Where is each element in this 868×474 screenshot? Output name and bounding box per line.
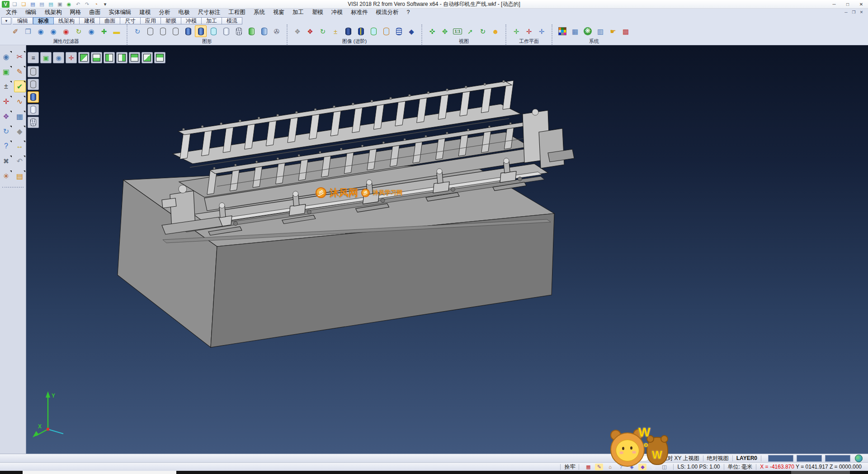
close-button[interactable]: ✕ (854, 0, 868, 8)
display-transparent-button[interactable] (28, 117, 39, 128)
tabbar-dropdown[interactable]: ▼ (1, 17, 11, 24)
workplane-move-button[interactable]: ✛ (523, 25, 535, 37)
hidden-line-view-button[interactable] (157, 25, 169, 37)
layer-color-swatch-1[interactable] (797, 455, 822, 462)
menu-item-18[interactable]: ? (403, 8, 414, 16)
regen-solids-button[interactable] (245, 25, 257, 37)
menu-item-4[interactable]: 曲面 (85, 8, 105, 16)
menu-item-14[interactable]: 塑模 (308, 8, 327, 16)
menu-item-7[interactable]: 分析 (155, 8, 175, 16)
view-back-button[interactable] (142, 52, 153, 63)
adv-traffic-light-button[interactable]: ❖ (304, 25, 316, 37)
sketch-edit-button[interactable]: ✎ (14, 66, 26, 77)
viewport-menu-button[interactable]: ≡ (28, 52, 39, 63)
filter-traffic-light-button[interactable]: ◉ (60, 25, 72, 37)
attribute-paint-button[interactable]: ✐ (9, 25, 21, 37)
show-entities-button[interactable]: ◉ (35, 25, 47, 37)
view-front-button[interactable] (129, 52, 140, 63)
menu-item-11[interactable]: 系统 (250, 8, 269, 16)
copy-graphics-button[interactable] (258, 25, 270, 37)
view-left-button[interactable] (104, 52, 115, 63)
zoom-window-button[interactable]: ▣ (40, 52, 52, 63)
redo-button[interactable]: ↷ (83, 1, 91, 8)
zoom-extents-button[interactable]: ✥ (439, 25, 451, 37)
undo-button[interactable]: ↶ (74, 1, 82, 8)
color-palette-button[interactable] (557, 25, 568, 37)
show-add-button[interactable]: ✚ (98, 25, 110, 37)
display-shaded-edges-button[interactable] (28, 104, 39, 115)
show-remove-button[interactable]: ▬ (111, 25, 123, 37)
trim-edit-button[interactable]: ✂ (14, 51, 26, 62)
menu-item-16[interactable]: 标准件 (347, 8, 372, 16)
dynamic-zoom-button[interactable]: ◉ (0, 51, 12, 62)
menu-item-13[interactable]: 加工 (288, 8, 308, 16)
attribute-painter-button[interactable]: ❖ (0, 110, 12, 122)
menu-item-2[interactable]: 线架构 (41, 8, 66, 16)
calculator-button[interactable]: ▦ (569, 25, 581, 37)
menu-item-0[interactable]: 文件 (2, 8, 21, 16)
tab-2[interactable]: 线架构 (54, 17, 80, 24)
confirm-selection-button[interactable]: ✔ (14, 81, 26, 92)
mdi-restore-button[interactable]: ❐ (850, 9, 858, 16)
view-orientation-button[interactable]: ☻ (490, 25, 501, 37)
view-orientation-label[interactable]: 绝对 XY 上视图 (662, 455, 699, 462)
tab-1[interactable]: 标准 (33, 17, 54, 24)
tab-4[interactable]: 曲面 (100, 17, 120, 24)
lock-label[interactable]: 拴牢 (564, 463, 575, 471)
open-file-button[interactable]: ❏ (20, 1, 28, 8)
layer-color-swatch-0[interactable] (768, 455, 793, 462)
split-view-button[interactable]: ◫ (660, 464, 668, 470)
solid-copy-button[interactable] (380, 25, 392, 37)
menu-item-1[interactable]: 编辑 (21, 8, 41, 16)
menu-item-5[interactable]: 实体编辑 (105, 8, 136, 16)
workplane-tool-button[interactable]: ✛ (0, 95, 12, 107)
adv-refresh-button[interactable]: ↻ (317, 25, 329, 37)
selection-options-button[interactable]: ☛ (607, 25, 619, 37)
regenerate-button[interactable]: ↻ (0, 125, 12, 137)
table-settings-button[interactable]: ▥ (594, 25, 606, 37)
regen-graphics-button[interactable]: ↻ (132, 25, 143, 37)
tab-6[interactable]: 应用 (141, 17, 161, 24)
solid-hatch-button[interactable] (393, 25, 405, 37)
dashed-hidden-view-button[interactable] (170, 25, 181, 37)
solid-display-button[interactable]: ◆ (14, 125, 26, 137)
hatch-view-button[interactable] (233, 25, 245, 37)
graphics-settings-button[interactable]: ✇ (271, 25, 283, 37)
help-button[interactable]: ? (0, 140, 12, 152)
zoom-scale-button[interactable]: ± (0, 81, 12, 92)
zoom-selected-button[interactable]: ➚ (464, 25, 476, 37)
view-reference-label[interactable]: 绝对视图 (707, 455, 729, 462)
delete-entity-button[interactable]: ✖ (0, 155, 12, 167)
maximize-button[interactable]: □ (841, 0, 854, 8)
3d-model-canvas[interactable] (26, 45, 868, 454)
history-button[interactable]: ◔ (92, 1, 100, 8)
building-button[interactable]: ⌂ (606, 464, 614, 470)
active-layer-label[interactable]: LAYER0 (736, 455, 757, 461)
menu-item-10[interactable]: 工程图 (225, 8, 250, 16)
tab-0[interactable]: 编辑 (13, 17, 33, 24)
menu-item-8[interactable]: 电极 (175, 8, 194, 16)
tab-8[interactable]: 冲模 (181, 17, 202, 24)
view-top-button[interactable] (154, 52, 165, 63)
search-magnifier-icon[interactable] (652, 455, 659, 462)
new-file-button[interactable]: ❏ (11, 1, 19, 8)
display-shaded-button[interactable] (28, 91, 39, 103)
attribute-copy-button[interactable]: ❐ (22, 25, 34, 37)
menu-item-15[interactable]: 冲模 (327, 8, 347, 16)
save-copy-button[interactable]: ▤ (47, 1, 55, 8)
zoom-view-button[interactable]: ◉ (53, 52, 64, 63)
navigation-wheel-button[interactable]: ✳ (0, 170, 12, 182)
shaded-cube-button[interactable]: ◆ (406, 25, 417, 37)
shaded-view-button[interactable] (182, 25, 194, 37)
mdi-close-button[interactable]: ✕ (858, 9, 865, 16)
undo-action-button[interactable]: ↶ (14, 155, 26, 167)
user-badge-pill[interactable]: A (622, 455, 649, 461)
minimize-button[interactable]: ─ (827, 0, 841, 8)
save-as-button[interactable]: ▤ (38, 1, 46, 8)
zoom-one-to-one-button[interactable]: 1:1 (452, 25, 463, 37)
menu-item-6[interactable]: 建模 (136, 8, 155, 16)
refresh-visibility-button[interactable]: ↻ (73, 25, 85, 37)
clipboard-red-button[interactable]: ▦ (584, 464, 592, 470)
3d-viewport[interactable]: ≡▣◉✛ Y X 彡 沐风网 彡 沐风学 (26, 45, 868, 454)
tab-9[interactable]: 加工 (202, 17, 222, 24)
